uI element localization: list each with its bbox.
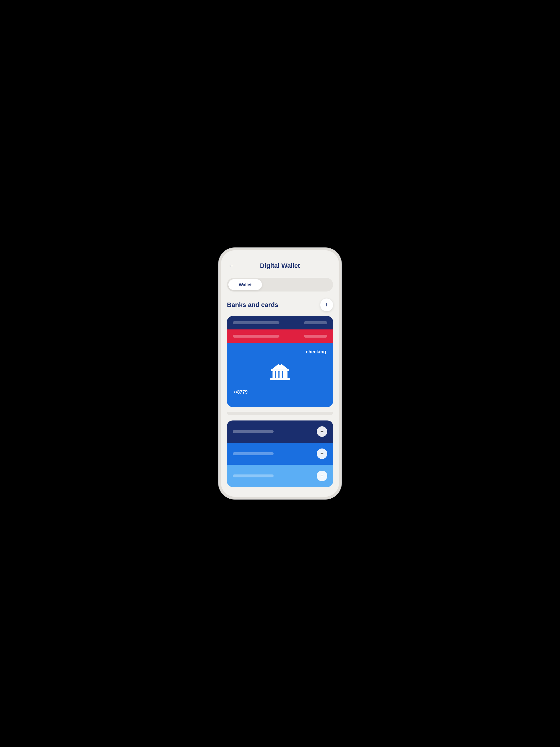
row-placeholder-2 (233, 452, 273, 455)
page-title: Digital Wallet (260, 262, 300, 269)
card-account-number: ••8779 (234, 390, 326, 395)
svg-rect-1 (272, 371, 275, 378)
card-red-middle (227, 330, 333, 343)
header: ← Digital Wallet (221, 250, 339, 276)
svg-rect-2 (276, 371, 278, 378)
svg-rect-0 (271, 369, 289, 371)
card-line-2 (304, 321, 327, 324)
card-row-blue[interactable]: + (227, 443, 333, 465)
card-red-line-1 (233, 335, 279, 338)
svg-rect-6 (270, 378, 290, 380)
section-title: Banks and cards (227, 301, 278, 309)
card-type-label: checking (234, 349, 326, 355)
svg-rect-5 (285, 371, 288, 378)
card-stack[interactable]: checking (227, 316, 333, 407)
back-button[interactable]: ← (228, 262, 235, 269)
svg-rect-4 (283, 371, 285, 378)
row-placeholder-1 (233, 430, 273, 433)
tab-bar: Wallet (227, 278, 333, 291)
screen: ← Digital Wallet Wallet Banks and cards … (221, 250, 339, 497)
card-main-blue[interactable]: checking (227, 343, 333, 407)
svg-point-8 (279, 363, 281, 365)
tab-2[interactable] (263, 279, 297, 290)
add-card-button[interactable]: + (320, 299, 333, 311)
svg-rect-3 (279, 371, 282, 378)
card-navy-back (227, 316, 333, 330)
row-placeholder-3 (233, 474, 273, 478)
card-line-1 (233, 321, 279, 324)
tab-wallet[interactable]: Wallet (229, 279, 262, 290)
card-row-navy[interactable]: + (227, 420, 333, 443)
banks-and-cards-section: Banks and cards + checking (221, 299, 339, 407)
bank-building-icon (268, 360, 292, 384)
row-add-button-2[interactable]: + (317, 448, 327, 459)
tab-3[interactable] (298, 279, 331, 290)
phone-frame: ← Digital Wallet Wallet Banks and cards … (219, 248, 341, 499)
row-add-button-1[interactable]: + (317, 426, 327, 437)
card-row-light-blue[interactable]: + (227, 465, 333, 487)
row-add-button-3[interactable]: + (317, 471, 327, 481)
separator (227, 412, 333, 415)
card-group-secondary: + + + (227, 420, 333, 487)
card-red-line-2 (304, 335, 327, 338)
bank-icon-container (234, 360, 326, 384)
section-header: Banks and cards + (227, 299, 333, 311)
